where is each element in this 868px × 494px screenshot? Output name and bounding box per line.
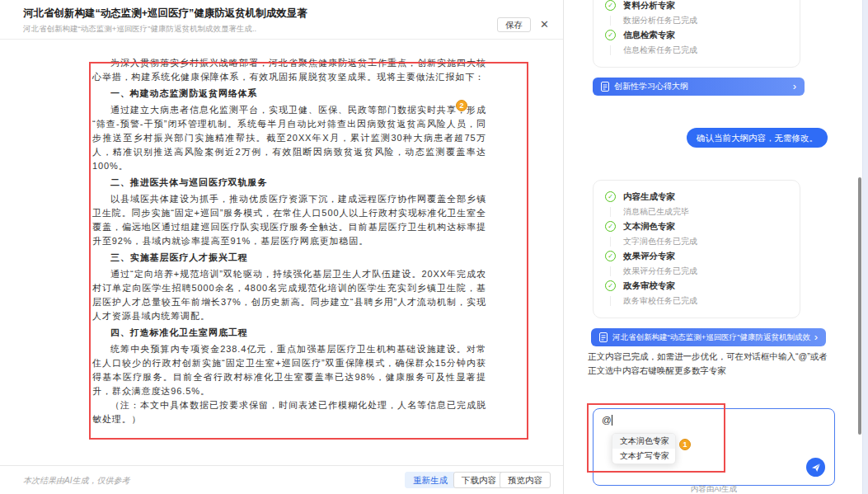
expert-item: ✓ 内容生成专家 消息稿已生成完毕 xyxy=(605,191,788,219)
outline-link-button[interactable]: 创新性学习心得大纲 › xyxy=(593,78,805,96)
doc-heading: 二、推进医共体与巡回医疗双轨服务 xyxy=(92,176,486,190)
document-footer: 本次结果由AI生成，仅供参考 重新生成 下载内容 预览内容 xyxy=(0,465,563,494)
check-circle-icon: ✓ xyxy=(605,0,616,11)
expert-name: 信息检索专家 xyxy=(623,29,788,43)
document-body[interactable]: 为深入贯彻落实乡村振兴战略部署，河北省聚焦健康防返贫工作重点，创新实施四大核心举… xyxy=(0,40,563,465)
doc-paragraph: 通过建立大病患者信息化监测平台，实现卫健、医保、民政等部门数据实时共享，形成“筛… xyxy=(92,103,486,173)
page-subtitle: 河北省创新构建“动态监测+巡回医疗”健康防返贫机制成效显著生成.. xyxy=(23,24,256,35)
expert-name: 政务审校专家 xyxy=(623,280,788,294)
assistant-panel: ✓ 资料分析专家 数据分析任务已完成 ✓ 信息检索专家 信息检索任务已完成 创新… xyxy=(565,0,862,494)
document-panel: 河北省创新构建“动态监测+巡回医疗”健康防返贫机制成效显著 河北省创新构建“动态… xyxy=(0,0,564,494)
expert-status: 数据分析任务已完成 xyxy=(623,13,788,28)
expert-name: 内容生成专家 xyxy=(623,191,788,205)
connector-line xyxy=(610,45,611,55)
chevron-right-icon: › xyxy=(814,329,818,346)
menu-item-polish-expert[interactable]: 文本润色专家 xyxy=(612,434,675,449)
expert-status: 效果评分任务已完成 xyxy=(623,264,788,279)
user-message-bubble: 确认当前大纲内容，无需修改。 xyxy=(687,128,828,148)
check-circle-icon: ✓ xyxy=(605,251,616,261)
check-circle-icon: ✓ xyxy=(605,280,616,291)
connector-line xyxy=(610,296,611,306)
annotation-badge-2: 2 xyxy=(456,100,467,111)
connector-line xyxy=(610,266,611,276)
check-circle-icon: ✓ xyxy=(605,221,616,232)
doc-heading: 三、实施基层医疗人才振兴工程 xyxy=(92,251,486,265)
expert-status: 文字润色任务已完成 xyxy=(623,234,788,249)
outline-link-label: 创新性学习心得大纲 xyxy=(614,81,790,92)
chat-input[interactable]: @ 文本润色专家 文本扩写专家 1 xyxy=(593,408,835,486)
annotation-badge-1: 1 xyxy=(679,439,691,450)
mention-dropdown: 文本润色专家 文本扩写专家 xyxy=(612,433,676,464)
expert-status: 信息检索任务已完成 xyxy=(623,43,788,58)
doc-note: （注：本文中具体数据已按要求保留，时间表述已作模糊化处理，人名等信息已完成脱敏处… xyxy=(92,398,486,426)
app-window: 河北省创新构建“动态监测+巡回医疗”健康防返贫机制成效显著 河北省创新构建“动态… xyxy=(0,0,868,494)
expert-item: ✓ 政务审校专家 政务审校任务已完成 xyxy=(605,280,788,308)
experts-card-top: ✓ 资料分析专家 数据分析任务已完成 ✓ 信息检索专家 信息检索任务已完成 xyxy=(593,0,800,68)
expert-status: 政务审校任务已完成 xyxy=(623,294,788,308)
expert-item: ✓ 文本润色专家 文字润色任务已完成 xyxy=(605,220,788,249)
download-button[interactable]: 下载内容 xyxy=(453,472,504,488)
right-edge-strip xyxy=(862,0,868,494)
document-content: 为深入贯彻落实乡村振兴战略部署，河北省聚焦健康防返贫工作重点，创新实施四大核心举… xyxy=(92,56,486,426)
chevron-right-icon: › xyxy=(793,78,796,95)
check-circle-icon: ✓ xyxy=(605,30,616,40)
ai-generated-caption: 内容由AI生成 xyxy=(593,484,835,494)
connector-line xyxy=(610,237,611,247)
assistant-hint-text: 正文内容已完成，如需进一步优化，可在对话框中输入“@”或者正文选中内容右键唤醒更… xyxy=(588,350,828,378)
send-button[interactable] xyxy=(806,458,825,477)
doc-paragraph: 为深入贯彻落实乡村振兴战略部署，河北省聚焦健康防返贫工作重点，创新实施四大核心举… xyxy=(92,56,486,84)
ai-disclaimer: 本次结果由AI生成，仅供参考 xyxy=(23,475,129,487)
doc-paragraph: 以县域医共体建设为抓手，推动优质医疗资源下沉，建成远程医疗协作网覆盖全部乡镇卫生… xyxy=(92,192,486,248)
expert-name: 效果评分专家 xyxy=(623,250,788,264)
input-value: @ xyxy=(602,415,612,425)
document-link-label: 河北省创新构建“动态监测+巡回医疗”健康防返贫机制成效显著 xyxy=(612,332,811,343)
experts-card-bottom: ✓ 内容生成专家 消息稿已生成完毕 ✓ 文本润色专家 文字润色任务已完成 ✓ 效… xyxy=(593,180,800,318)
expert-name: 文本润色专家 xyxy=(623,220,788,234)
expert-name: 资料分析专家 xyxy=(623,0,788,13)
document-link-button[interactable]: 河北省创新构建“动态监测+巡回医疗”健康防返贫机制成效显著 › xyxy=(591,328,826,346)
text-cursor xyxy=(612,415,612,426)
doc-paragraph: 统筹中央预算内专项资金238.4亿元，重点加强基层医疗卫生机构基础设施建设。对常… xyxy=(92,342,486,398)
expert-item: ✓ 信息检索专家 信息检索任务已完成 xyxy=(605,29,788,58)
connector-line xyxy=(610,16,611,26)
send-icon xyxy=(811,463,821,473)
doc-heading: 一、构建动态监测防返贫网络体系 xyxy=(92,87,486,101)
scrollbar-thumb[interactable] xyxy=(858,177,861,435)
regenerate-button[interactable]: 重新生成 xyxy=(405,472,456,488)
expert-item: ✓ 资料分析专家 数据分析任务已完成 xyxy=(605,0,788,28)
doc-paragraph: 通过“定向培养+规范培训”双轮驱动，持续强化基层卫生人才队伍建设。20XX年完成… xyxy=(92,267,486,323)
expert-item: ✓ 效果评分专家 效果评分任务已完成 xyxy=(605,250,788,279)
document-icon xyxy=(601,82,609,92)
preview-button[interactable]: 预览内容 xyxy=(500,472,551,488)
menu-item-expand-expert[interactable]: 文本扩写专家 xyxy=(612,449,675,463)
doc-heading: 四、打造标准化卫生室网底工程 xyxy=(92,326,486,340)
page-title: 河北省创新构建“动态监测+巡回医疗”健康防返贫机制成效显著 xyxy=(23,7,307,21)
save-button[interactable]: 保存 xyxy=(497,17,531,32)
document-header: 河北省创新构建“动态监测+巡回医疗”健康防返贫机制成效显著 河北省创新构建“动态… xyxy=(0,0,563,40)
close-icon[interactable]: ✕ xyxy=(540,17,549,32)
expert-status: 消息稿已生成完毕 xyxy=(623,205,788,219)
check-circle-icon: ✓ xyxy=(605,191,616,202)
connector-line xyxy=(610,207,611,217)
document-icon xyxy=(599,332,608,342)
